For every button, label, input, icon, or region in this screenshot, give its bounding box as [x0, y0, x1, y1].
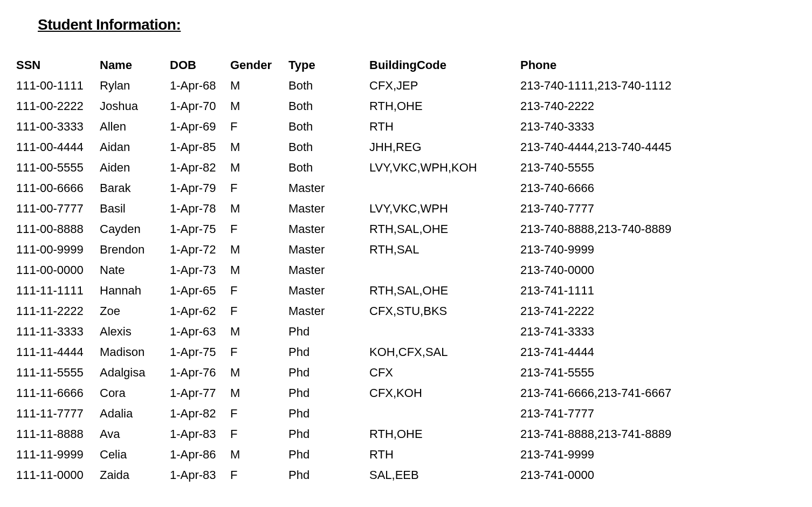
cell-type: Master: [288, 280, 369, 301]
header-ssn: SSN: [16, 55, 100, 76]
cell-ssn: 111-00-5555: [16, 157, 100, 178]
cell-type: Master: [288, 301, 369, 321]
table-row: 111-00-9999Brendon1-Apr-72MMasterRTH,SAL…: [16, 239, 796, 260]
cell-phone: 213-741-1111: [520, 280, 796, 301]
cell-phone: 213-741-7777: [520, 403, 796, 424]
table-row: 111-00-2222Joshua1-Apr-70MBothRTH,OHE213…: [16, 96, 796, 117]
cell-type: Master: [288, 260, 369, 280]
cell-building: CFX,JEP: [369, 76, 520, 96]
cell-ssn: 111-00-8888: [16, 219, 100, 239]
header-name: Name: [100, 55, 170, 76]
cell-ssn: 111-11-3333: [16, 321, 100, 342]
cell-ssn: 111-00-7777: [16, 198, 100, 219]
cell-gender: F: [230, 403, 288, 424]
cell-dob: 1-Apr-68: [170, 76, 230, 96]
cell-dob: 1-Apr-70: [170, 96, 230, 117]
cell-type: Master: [288, 198, 369, 219]
cell-building: [369, 260, 520, 280]
cell-name: Aidan: [100, 137, 170, 157]
cell-phone: 213-740-8888,213-740-8889: [520, 219, 796, 239]
cell-building: CFX,KOH: [369, 383, 520, 403]
table-row: 111-00-3333Allen1-Apr-69FBothRTH213-740-…: [16, 117, 796, 137]
cell-gender: F: [230, 465, 288, 485]
cell-phone: 213-740-6666: [520, 178, 796, 198]
cell-dob: 1-Apr-73: [170, 260, 230, 280]
cell-building: RTH,OHE: [369, 96, 520, 117]
table-row: 111-00-7777Basil1-Apr-78MMasterLVY,VKC,W…: [16, 198, 796, 219]
cell-dob: 1-Apr-82: [170, 157, 230, 178]
cell-building: RTH: [369, 444, 520, 465]
cell-ssn: 111-11-0000: [16, 465, 100, 485]
cell-building: SAL,EEB: [369, 465, 520, 485]
cell-name: Allen: [100, 117, 170, 137]
cell-gender: F: [230, 280, 288, 301]
cell-type: Phd: [288, 444, 369, 465]
cell-phone: 213-741-3333: [520, 321, 796, 342]
cell-phone: 213-741-4444: [520, 342, 796, 362]
cell-ssn: 111-00-1111: [16, 76, 100, 96]
table-row: 111-11-8888Ava1-Apr-83FPhdRTH,OHE213-741…: [16, 424, 796, 444]
cell-phone: 213-741-2222: [520, 301, 796, 321]
cell-name: Cora: [100, 383, 170, 403]
cell-building: [369, 178, 520, 198]
cell-building: KOH,CFX,SAL: [369, 342, 520, 362]
cell-ssn: 111-11-6666: [16, 383, 100, 403]
cell-type: Phd: [288, 403, 369, 424]
cell-dob: 1-Apr-86: [170, 444, 230, 465]
cell-type: Both: [288, 117, 369, 137]
cell-type: Master: [288, 178, 369, 198]
cell-ssn: 111-11-4444: [16, 342, 100, 362]
cell-type: Phd: [288, 342, 369, 362]
cell-building: [369, 321, 520, 342]
cell-dob: 1-Apr-65: [170, 280, 230, 301]
cell-ssn: 111-11-8888: [16, 424, 100, 444]
cell-gender: F: [230, 301, 288, 321]
cell-phone: 213-741-8888,213-741-8889: [520, 424, 796, 444]
cell-name: Barak: [100, 178, 170, 198]
cell-dob: 1-Apr-85: [170, 137, 230, 157]
cell-building: CFX: [369, 362, 520, 383]
cell-dob: 1-Apr-83: [170, 465, 230, 485]
cell-gender: M: [230, 137, 288, 157]
cell-ssn: 111-00-6666: [16, 178, 100, 198]
cell-name: Hannah: [100, 280, 170, 301]
cell-gender: M: [230, 96, 288, 117]
cell-building: LVY,VKC,WPH: [369, 198, 520, 219]
cell-gender: M: [230, 260, 288, 280]
cell-phone: 213-740-5555: [520, 157, 796, 178]
table-row: 111-11-6666Cora1-Apr-77MPhdCFX,KOH213-74…: [16, 383, 796, 403]
cell-ssn: 111-00-0000: [16, 260, 100, 280]
header-building: BuildingCode: [369, 55, 520, 76]
cell-building: RTH,SAL: [369, 239, 520, 260]
cell-gender: M: [230, 198, 288, 219]
cell-dob: 1-Apr-83: [170, 424, 230, 444]
cell-dob: 1-Apr-75: [170, 219, 230, 239]
cell-phone: 213-741-5555: [520, 362, 796, 383]
cell-ssn: 111-00-3333: [16, 117, 100, 137]
header-type: Type: [288, 55, 369, 76]
cell-dob: 1-Apr-79: [170, 178, 230, 198]
cell-gender: F: [230, 342, 288, 362]
cell-dob: 1-Apr-63: [170, 321, 230, 342]
cell-name: Rylan: [100, 76, 170, 96]
cell-name: Adalgisa: [100, 362, 170, 383]
cell-ssn: 111-11-5555: [16, 362, 100, 383]
header-phone: Phone: [520, 55, 796, 76]
cell-gender: M: [230, 362, 288, 383]
cell-name: Joshua: [100, 96, 170, 117]
cell-dob: 1-Apr-62: [170, 301, 230, 321]
cell-phone: 213-740-0000: [520, 260, 796, 280]
table-row: 111-11-3333Alexis1-Apr-63MPhd213-741-333…: [16, 321, 796, 342]
cell-ssn: 111-00-4444: [16, 137, 100, 157]
cell-gender: M: [230, 76, 288, 96]
student-table: SSN Name DOB Gender Type BuildingCode Ph…: [16, 55, 796, 485]
cell-phone: 213-740-3333: [520, 117, 796, 137]
cell-gender: M: [230, 383, 288, 403]
table-row: 111-11-0000Zaida1-Apr-83FPhdSAL,EEB213-7…: [16, 465, 796, 485]
cell-name: Zaida: [100, 465, 170, 485]
cell-ssn: 111-11-7777: [16, 403, 100, 424]
cell-name: Ava: [100, 424, 170, 444]
cell-building: CFX,STU,BKS: [369, 301, 520, 321]
table-row: 111-00-4444Aidan1-Apr-85MBothJHH,REG213-…: [16, 137, 796, 157]
cell-name: Celia: [100, 444, 170, 465]
